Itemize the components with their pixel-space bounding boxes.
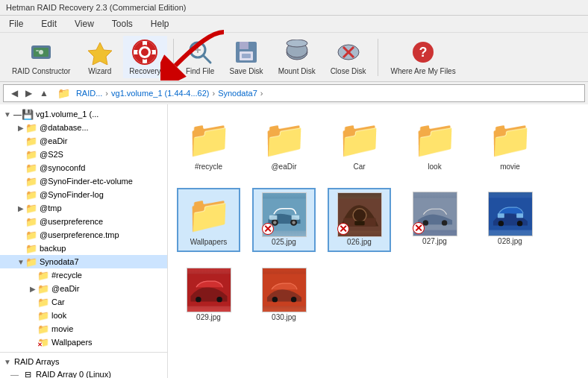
sidebar-item-wallpapers[interactable]: 📁✕ Wallpapers — [0, 336, 167, 349]
file-item-029[interactable]: 029.jpg — [177, 264, 240, 327]
svg-rect-19 — [242, 54, 251, 58]
toggle-icon[interactable]: ▶ — [16, 204, 25, 212]
file-item-wallpapers[interactable]: 📁 Wallpapers — [177, 188, 240, 252]
folder-icon-wrap: 📁 — [187, 119, 231, 160]
sidebar-item-s2s[interactable]: 📁 @S2S — [0, 148, 167, 161]
menu-tools[interactable]: Tools — [109, 17, 136, 31]
mount-disk-label: Mount Disk — [278, 67, 316, 75]
sidebar-label: look — [51, 311, 66, 320]
find-file-button[interactable]: Find File — [180, 36, 221, 78]
sidebar-item-movie[interactable]: 📁 movie — [0, 322, 167, 336]
toggle-icon — [16, 218, 25, 226]
forward-button[interactable]: ▶ — [22, 86, 35, 100]
save-disk-icon — [233, 39, 260, 66]
file-item-recycle[interactable]: 📁 #recycle — [177, 113, 240, 176]
toggle-icon[interactable]: ▼ — [3, 358, 12, 366]
file-item-movie[interactable]: 📁 movie — [478, 113, 542, 176]
breadcrumb-synodata[interactable]: Synodata7 — [218, 89, 257, 98]
sidebar-item-recycle[interactable]: 📁 #recycle — [0, 268, 167, 282]
file-item-030[interactable]: 030.jpg — [252, 264, 316, 327]
menu-bar: File Edit View Tools Help — [0, 16, 588, 33]
mount-disk-icon — [284, 39, 310, 66]
folder-icon: 📁 — [57, 87, 70, 99]
where-my-files-icon: ? — [410, 39, 437, 66]
toggle-icon[interactable]: ▶ — [16, 124, 25, 132]
svg-point-8 — [141, 48, 148, 56]
close-disk-icon — [335, 39, 362, 66]
toggle-icon — [28, 312, 37, 320]
sidebar-item-car[interactable]: 📁 Car — [0, 295, 167, 309]
file-name-wallpapers: Wallpapers — [190, 238, 228, 246]
thumb-wrap-028 — [488, 193, 533, 234]
folder-icon: 📁 — [25, 256, 37, 267]
menu-edit[interactable]: Edit — [38, 17, 60, 31]
sidebar-item-userpref-tmp[interactable]: 📁 @userpreference.tmp — [0, 228, 167, 242]
file-item-eadir[interactable]: 📁 @eaDir — [252, 113, 316, 176]
folder-icon: 📁 — [37, 297, 49, 307]
up-button[interactable]: ▲ — [37, 86, 51, 100]
folder-icon: 📁 — [37, 324, 49, 334]
file-item-025[interactable]: ✕ 025.jpg — [252, 188, 316, 252]
sidebar-item-tmp[interactable]: ▶ 📁 @tmp — [0, 201, 167, 215]
sidebar-item-synodata7[interactable]: ▼ 📁 Synodata7 — [0, 255, 167, 268]
close-disk-button[interactable]: Close Disk — [325, 36, 372, 78]
file-item-026[interactable]: ✕ 026.jpg — [328, 188, 391, 252]
breadcrumb-raid[interactable]: RAID... — [76, 89, 102, 98]
toggle-icon[interactable]: ▶ — [28, 285, 37, 293]
file-name-look: look — [428, 163, 441, 171]
menu-help[interactable]: Help — [148, 17, 172, 31]
folder-icon: 📁 — [25, 149, 37, 160]
svg-rect-17 — [240, 42, 248, 49]
sidebar-item-raid-array-0[interactable]: — ⊟ RAID Array 0 (Linux) — [0, 368, 167, 378]
file-item-027[interactable]: ✕ 027.jpg — [403, 188, 466, 252]
deleted-folder-icon: 📁✕ — [37, 337, 49, 347]
save-disk-label: Save Disk — [230, 67, 263, 75]
toggle-icon[interactable]: ▼ — [3, 110, 12, 119]
breadcrumb: RAID... › vg1.volume_1 (1.44-4...62) › S… — [76, 89, 580, 98]
svg-rect-3 — [36, 50, 39, 51]
file-item-028[interactable]: 028.jpg — [478, 188, 542, 252]
menu-file[interactable]: File — [6, 17, 26, 31]
svg-line-13 — [203, 55, 210, 63]
svg-point-46 — [498, 220, 503, 225]
wizard-button[interactable]: Wizard — [79, 36, 120, 78]
folder-icon-wrap: 📁 — [413, 119, 457, 160]
recovery-button[interactable]: Recovery — [123, 36, 166, 78]
back-button[interactable]: ◀ — [8, 86, 21, 100]
svg-marker-4 — [88, 42, 112, 65]
svg-rect-41 — [354, 221, 364, 225]
svg-point-44 — [441, 220, 446, 225]
sidebar-label: RAID Array 0 (Linux) — [36, 370, 111, 378]
raid-constructor-button[interactable]: RAID Constructor — [6, 36, 76, 78]
folder-icon: 📁 — [25, 243, 37, 253]
sidebar-item-raid-arrays[interactable]: ▼ RAID Arrays — [0, 356, 167, 368]
sidebar-label: @userpreference — [40, 217, 103, 226]
toggle-icon[interactable]: ▼ — [16, 258, 25, 266]
sidebar-item-synofinder-etc[interactable]: 📁 @SynoFinder-etc-volume — [0, 174, 167, 188]
svg-point-51 — [196, 296, 201, 301]
sidebar-item-synofinder-log[interactable]: 📁 @SynoFinder-log — [0, 188, 167, 201]
sidebar-item-backup[interactable]: 📁 backup — [0, 242, 167, 255]
menu-view[interactable]: View — [72, 17, 97, 31]
sidebar-item-userpref[interactable]: 📁 @userpreference — [0, 215, 167, 228]
where-my-files-button[interactable]: ? Where Are My Files — [384, 36, 461, 78]
save-disk-button[interactable]: Save Disk — [224, 36, 269, 78]
sidebar-item-eadir-top[interactable]: 📁 @eaDir — [0, 134, 167, 148]
breadcrumb-volume[interactable]: vg1.volume_1 (1.44-4...62) — [111, 89, 209, 98]
sidebar-item-database[interactable]: ▶ 📁 @database... — [0, 121, 167, 134]
file-name-recycle: #recycle — [195, 163, 222, 171]
sidebar-item-vg1-volume[interactable]: ▼ — 💾 vg1.volume_1 (... — [0, 107, 167, 121]
sidebar-item-synoconfd[interactable]: 📁 @synoconfd — [0, 161, 167, 174]
sidebar-label: Wallpapers — [51, 338, 93, 347]
sidebar-item-eadir-child[interactable]: ▶ 📁 @eaDir — [0, 282, 167, 295]
folder-icon: 📁 — [25, 216, 37, 227]
mount-disk-button[interactable]: Mount Disk — [272, 36, 322, 78]
file-item-car[interactable]: 📁 Car — [328, 113, 391, 176]
toggle-icon — [16, 151, 25, 159]
sidebar-item-look[interactable]: 📁 look — [0, 309, 167, 322]
file-item-look[interactable]: 📁 look — [403, 113, 466, 176]
deleted-marker: ✕ — [262, 223, 274, 235]
folder-icon: 📁 — [25, 176, 37, 186]
close-disk-label: Close Disk — [331, 67, 366, 75]
thumb-030 — [262, 268, 307, 312]
